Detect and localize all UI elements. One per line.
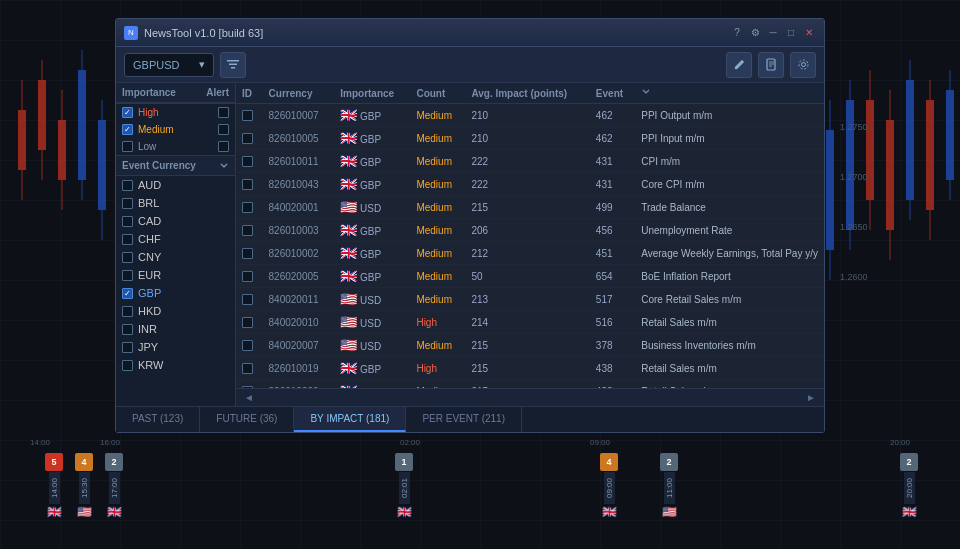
currency-checkbox-hkd[interactable] (122, 306, 133, 317)
table-row[interactable]: 826010019 🇬🇧 GBP High 215 438 Retail Sal… (236, 357, 824, 380)
filter-low[interactable]: Low (116, 138, 235, 155)
table-row[interactable]: 826010003 🇬🇧 GBP Medium 206 456 Unemploy… (236, 219, 824, 242)
cell-count: 206 (465, 219, 589, 242)
high-alert-checkbox[interactable] (218, 107, 229, 118)
tabs-bar: PAST (123)FUTURE (36)BY IMPACT (181)PER … (116, 406, 824, 432)
currency-item-eur[interactable]: EUR (116, 266, 235, 284)
data-table[interactable]: ID Currency Importance Count Avg. Impact… (236, 83, 824, 388)
currency-checkbox-aud[interactable] (122, 180, 133, 191)
currency-label-aud: AUD (138, 179, 161, 191)
cell-impact: 438 (590, 380, 635, 389)
currency-item-chf[interactable]: CHF (116, 230, 235, 248)
currency-item-aud[interactable]: AUD (116, 176, 235, 194)
currency-item-brl[interactable]: BRL (116, 194, 235, 212)
filter-high[interactable]: ✓ High (116, 104, 235, 121)
book-icon-btn[interactable] (758, 52, 784, 78)
svg-rect-3 (18, 110, 26, 170)
currency-item-cny[interactable]: CNY (116, 248, 235, 266)
filter-medium[interactable]: ✓ Medium (116, 121, 235, 138)
table-row[interactable]: 840020010 🇺🇸 USD High 214 516 Retail Sal… (236, 311, 824, 334)
currency-item-cad[interactable]: CAD (116, 212, 235, 230)
cell-currency: 🇺🇸 USD (334, 288, 410, 311)
cell-event: Retail Sales m/m (635, 357, 824, 380)
row-checkbox-11[interactable] (242, 363, 253, 374)
table-row[interactable]: 826010020 🇬🇧 GBP Medium 215 438 Retail S… (236, 380, 824, 389)
filter-icon-btn[interactable] (220, 52, 246, 78)
currency-item-gbp[interactable]: ✓ GBP (116, 284, 235, 302)
low-label: Low (138, 141, 156, 152)
table-row[interactable]: 840020011 🇺🇸 USD Medium 213 517 Core Ret… (236, 288, 824, 311)
cell-impact: 499 (590, 196, 635, 219)
table-row[interactable]: 840020007 🇺🇸 USD Medium 215 378 Business… (236, 334, 824, 357)
minimize-button[interactable]: ─ (766, 26, 780, 40)
gear-icon-btn[interactable] (790, 52, 816, 78)
currency-checkbox-gbp[interactable]: ✓ (122, 288, 133, 299)
currency-item-inr[interactable]: INR (116, 320, 235, 338)
tab-by-impact------[interactable]: BY IMPACT (181) (294, 407, 406, 432)
high-checkbox[interactable]: ✓ (122, 107, 133, 118)
table-row[interactable]: 826020005 🇬🇧 GBP Medium 50 654 BoE Infla… (236, 265, 824, 288)
cell-count: 215 (465, 380, 589, 389)
tab-per-event------[interactable]: PER EVENT (211) (406, 407, 522, 432)
currency-item-hkd[interactable]: HKD (116, 302, 235, 320)
table-row[interactable]: 826010011 🇬🇧 GBP Medium 222 431 CPI m/m (236, 150, 824, 173)
table-row[interactable]: 826010002 🇬🇧 GBP Medium 212 451 Average … (236, 242, 824, 265)
currency-label-inr: INR (138, 323, 157, 335)
table-row[interactable]: 826010007 🇬🇧 GBP Medium 210 462 PPI Outp… (236, 104, 824, 127)
svg-text:02:00: 02:00 (400, 438, 421, 447)
currency-checkbox-brl[interactable] (122, 198, 133, 209)
tab-past------[interactable]: PAST (123) (116, 407, 200, 432)
low-checkbox[interactable] (122, 141, 133, 152)
row-checkbox-1[interactable] (242, 133, 253, 144)
close-button[interactable]: ✕ (802, 26, 816, 40)
symbol-select[interactable]: GBPUSD ▾ (124, 53, 214, 77)
help-button[interactable]: ? (730, 26, 744, 40)
cell-impact: 456 (590, 219, 635, 242)
table-row[interactable]: 840020001 🇺🇸 USD Medium 215 499 Trade Ba… (236, 196, 824, 219)
row-checkbox-9[interactable] (242, 317, 253, 328)
row-checkbox-3[interactable] (242, 179, 253, 190)
gear-icon (797, 58, 810, 71)
row-checkbox-2[interactable] (242, 156, 253, 167)
row-checkbox-8[interactable] (242, 294, 253, 305)
currency-label-krw: KRW (138, 359, 163, 371)
row-checkbox-4[interactable] (242, 202, 253, 213)
cell-importance: Medium (410, 288, 465, 311)
currency-checkbox-cny[interactable] (122, 252, 133, 263)
row-checkbox-5[interactable] (242, 225, 253, 236)
settings-button[interactable]: ⚙ (748, 26, 762, 40)
medium-checkbox[interactable]: ✓ (122, 124, 133, 135)
scroll-right-arrow[interactable]: ► (802, 391, 820, 404)
cell-id: 826010007 (263, 104, 335, 127)
collapse-icon[interactable] (219, 161, 229, 171)
row-checkbox-6[interactable] (242, 248, 253, 259)
row-checkbox-7[interactable] (242, 271, 253, 282)
row-checkbox-10[interactable] (242, 340, 253, 351)
medium-alert-checkbox[interactable] (218, 124, 229, 135)
svg-text:09:00: 09:00 (590, 438, 611, 447)
low-alert-checkbox[interactable] (218, 141, 229, 152)
currency-checkbox-jpy[interactable] (122, 342, 133, 353)
currency-checkbox-krw[interactable] (122, 360, 133, 371)
currency-checkbox-chf[interactable] (122, 234, 133, 245)
cell-impact: 516 (590, 311, 635, 334)
table-row[interactable]: 826010005 🇬🇧 GBP Medium 210 462 PPI Inpu… (236, 127, 824, 150)
maximize-button[interactable]: □ (784, 26, 798, 40)
col-impact: Avg. Impact (points) (465, 83, 589, 104)
row-checkbox-0[interactable] (242, 110, 253, 121)
scroll-left-arrow[interactable]: ◄ (240, 391, 258, 404)
currency-label-chf: CHF (138, 233, 161, 245)
cell-count: 214 (465, 311, 589, 334)
cell-currency: 🇬🇧 GBP (334, 380, 410, 389)
tab-future-----[interactable]: FUTURE (36) (200, 407, 294, 432)
table-row[interactable]: 826010043 🇬🇧 GBP Medium 222 431 Core CPI… (236, 173, 824, 196)
currency-checkbox-inr[interactable] (122, 324, 133, 335)
currency-checkbox-eur[interactable] (122, 270, 133, 281)
currency-checkbox-cad[interactable] (122, 216, 133, 227)
cell-id: 826010003 (263, 219, 335, 242)
currency-item-krw[interactable]: KRW (116, 356, 235, 374)
svg-text:1.2600: 1.2600 (840, 272, 868, 282)
edit-icon-btn[interactable] (726, 52, 752, 78)
currency-item-jpy[interactable]: JPY (116, 338, 235, 356)
currency-label-cny: CNY (138, 251, 161, 263)
